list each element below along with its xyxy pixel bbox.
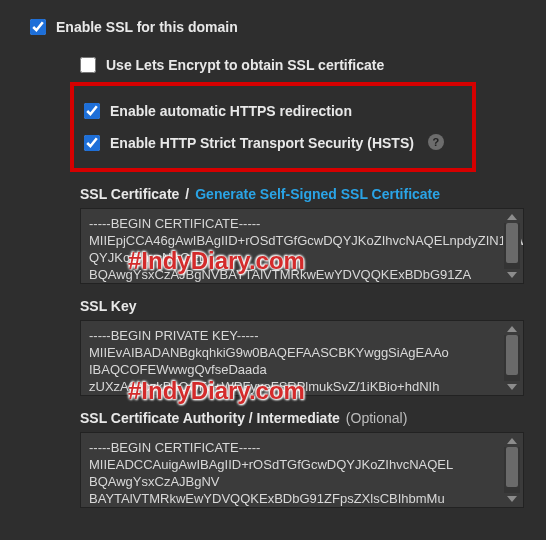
ssl-key-label: SSL Key [80, 298, 137, 314]
scroll-track[interactable] [504, 335, 520, 381]
generate-self-signed-link[interactable]: Generate Self-Signed SSL Certificate [195, 186, 440, 202]
scrollbar[interactable] [503, 211, 521, 281]
lets-encrypt-checkbox[interactable] [80, 57, 96, 73]
scroll-track[interactable] [504, 447, 520, 493]
enable-ssl-checkbox[interactable] [30, 19, 46, 35]
scroll-thumb[interactable] [506, 335, 518, 375]
ssl-key-textarea[interactable] [81, 321, 523, 395]
lets-encrypt-label: Use Lets Encrypt to obtain SSL certifica… [106, 56, 384, 74]
scroll-down-icon[interactable] [507, 496, 517, 502]
ssl-ca-textarea[interactable] [81, 433, 523, 507]
scroll-up-icon[interactable] [507, 326, 517, 332]
hsts-label: Enable HTTP Strict Transport Security (H… [110, 134, 414, 152]
enable-ssl-label: Enable SSL for this domain [56, 18, 238, 36]
scroll-up-icon[interactable] [507, 438, 517, 444]
scroll-down-icon[interactable] [507, 272, 517, 278]
ssl-ca-label: SSL Certificate Authority / Intermediate [80, 410, 340, 426]
ssl-cert-textarea[interactable] [81, 209, 523, 283]
ssl-cert-sep: / [185, 186, 189, 202]
scroll-up-icon[interactable] [507, 214, 517, 220]
highlight-box: Enable automatic HTTPS redirection Enabl… [70, 82, 476, 172]
scrollbar[interactable] [503, 435, 521, 505]
ssl-cert-label: SSL Certificate [80, 186, 179, 202]
ssl-ca-optional: (Optional) [346, 410, 407, 426]
scroll-thumb[interactable] [506, 223, 518, 263]
auto-https-label: Enable automatic HTTPS redirection [110, 102, 352, 120]
auto-https-checkbox[interactable] [84, 103, 100, 119]
scrollbar[interactable] [503, 323, 521, 393]
scroll-thumb[interactable] [506, 447, 518, 487]
scroll-down-icon[interactable] [507, 384, 517, 390]
scroll-track[interactable] [504, 223, 520, 269]
hsts-checkbox[interactable] [84, 135, 100, 151]
help-icon[interactable]: ? [428, 134, 444, 150]
